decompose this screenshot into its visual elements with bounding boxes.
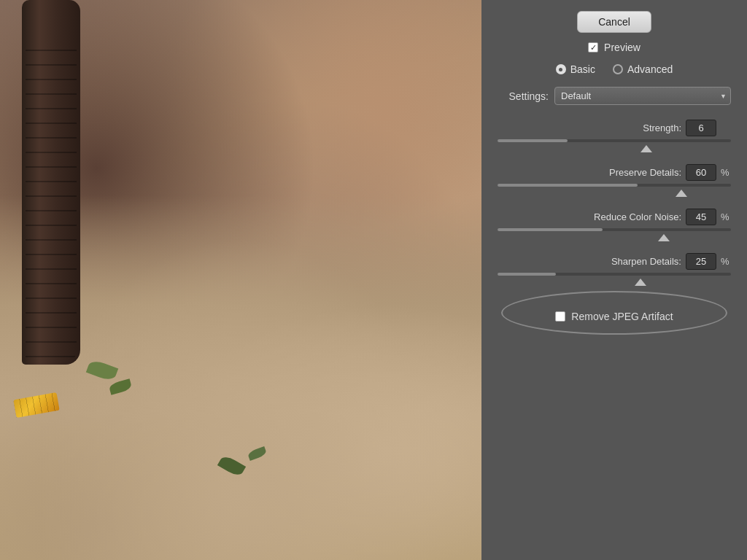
preview-checkbox[interactable] — [588, 42, 598, 52]
settings-select[interactable]: Default Custom — [554, 87, 731, 105]
settings-panel: Cancel Preview Basic Advanced Settings: … — [481, 0, 747, 560]
settings-select-wrapper: Default Custom — [554, 87, 731, 105]
reduce-color-noise-label: Reduce Color Noise: — [498, 211, 681, 222]
reduce-color-noise-section: Reduce Color Noise: % — [498, 209, 731, 249]
preview-row: Preview — [588, 42, 640, 53]
strength-section: Strength: — [498, 120, 731, 160]
jpeg-artifact-section: Remove JPEG Artifact — [498, 303, 731, 322]
sharpen-details-unit: % — [721, 256, 731, 267]
preserve-details-section: Preserve Details: % — [498, 164, 731, 204]
cancel-button[interactable]: Cancel — [577, 11, 651, 33]
strength-track[interactable] — [498, 139, 731, 142]
advanced-radio-button[interactable] — [613, 64, 623, 74]
jpeg-checkbox-row: Remove JPEG Artifact — [555, 311, 673, 322]
strength-thumb[interactable] — [640, 145, 652, 152]
advanced-radio-option[interactable]: Advanced — [613, 63, 673, 75]
tree-trunk — [22, 0, 80, 365]
sharpen-details-thumb[interactable] — [635, 279, 646, 286]
basic-radio-option[interactable]: Basic — [556, 63, 595, 75]
basic-radio-label: Basic — [570, 63, 595, 75]
preserve-details-unit: % — [721, 167, 731, 178]
reduce-color-noise-thumb[interactable] — [658, 234, 670, 241]
image-preview — [0, 0, 481, 560]
sharpen-details-track[interactable] — [498, 273, 731, 276]
preserve-details-track[interactable] — [498, 184, 731, 187]
preserve-details-label: Preserve Details: — [498, 167, 681, 178]
advanced-radio-label: Advanced — [627, 63, 673, 75]
basic-radio-button[interactable] — [556, 64, 566, 74]
reduce-color-noise-unit: % — [721, 211, 731, 222]
sharpen-details-input[interactable] — [686, 253, 716, 270]
preview-label: Preview — [604, 42, 640, 53]
remove-jpeg-checkbox[interactable] — [555, 311, 565, 322]
mode-radio-group: Basic Advanced — [556, 63, 673, 75]
settings-row: Settings: Default Custom — [498, 87, 731, 105]
strength-input[interactable] — [686, 120, 716, 136]
strength-fill — [498, 139, 568, 142]
sharpen-details-section: Sharpen Details: % — [498, 253, 731, 293]
preserve-details-fill — [498, 184, 638, 187]
sharpen-details-label: Sharpen Details: — [498, 256, 681, 267]
settings-label: Settings: — [498, 90, 549, 102]
remove-jpeg-label: Remove JPEG Artifact — [571, 311, 673, 322]
reduce-color-noise-fill — [498, 228, 603, 231]
reduce-color-noise-track[interactable] — [498, 228, 731, 231]
reduce-color-noise-input[interactable] — [686, 209, 716, 225]
preserve-details-thumb[interactable] — [676, 190, 687, 197]
strength-label: Strength: — [498, 122, 681, 133]
sharpen-details-fill — [498, 273, 556, 276]
preserve-details-input[interactable] — [686, 164, 716, 181]
